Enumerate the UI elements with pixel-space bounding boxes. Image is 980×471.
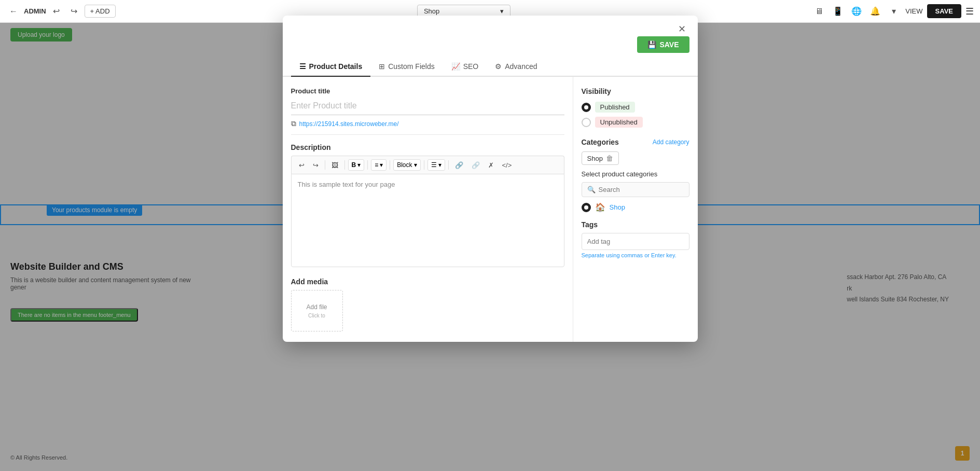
add-media-section: Add media Add file Click to bbox=[291, 278, 564, 331]
tags-title: Tags bbox=[582, 220, 689, 229]
add-file-box[interactable]: Add file Click to bbox=[291, 290, 343, 331]
modal-right-pane: Visibility Published Unpublished Categor… bbox=[573, 77, 698, 342]
modal-body: Product title ⧉ https://215914.sites.mic… bbox=[283, 77, 698, 342]
more-icon[interactable]: ▾ bbox=[887, 4, 901, 19]
add-button[interactable]: + ADD bbox=[85, 5, 116, 18]
top-bar-right: 🖥 📱 🌐 🔔 ▾ VIEW SAVE ☰ bbox=[812, 4, 974, 19]
tags-section: Tags Separate using commas or Enter key. bbox=[582, 220, 689, 258]
shop-category-row[interactable]: 🏠 Shop bbox=[582, 202, 689, 212]
modal-save-button[interactable]: 💾 SAVE bbox=[637, 36, 689, 53]
modal-close-button[interactable]: ✕ bbox=[675, 22, 689, 36]
redo-button[interactable]: ↪ bbox=[67, 4, 81, 19]
globe-icon[interactable]: 🌐 bbox=[849, 4, 864, 19]
bold-dropdown[interactable]: B▾ bbox=[348, 159, 365, 171]
category-search-input[interactable] bbox=[599, 186, 684, 193]
list-dropdown[interactable]: ☰▾ bbox=[427, 159, 445, 171]
save-icon: 💾 bbox=[647, 40, 656, 49]
hamburger-button[interactable]: ☰ bbox=[965, 6, 974, 17]
product-details-icon: ☰ bbox=[299, 62, 306, 71]
image-toolbar-button[interactable]: 🖼 bbox=[328, 160, 341, 171]
toolbar-divider-5 bbox=[424, 160, 424, 170]
select-categories-label: Select product categories bbox=[582, 170, 689, 178]
redo-toolbar-button[interactable]: ↪ bbox=[310, 160, 322, 171]
top-bar-left: ← ADMIN ↩ ↪ + ADD bbox=[6, 4, 116, 19]
editor-toolbar: ↩ ↪ 🖼 B▾ ≡▾ Block▾ ☰▾ bbox=[291, 156, 564, 174]
toolbar-divider-6 bbox=[448, 160, 449, 170]
toolbar-divider-4 bbox=[390, 160, 390, 170]
link-button[interactable]: 🔗 bbox=[452, 160, 466, 171]
published-label: Published bbox=[595, 102, 635, 113]
url-row: ⧉ https://215914.sites.microweber.me/ bbox=[291, 119, 564, 135]
tab-custom-fields[interactable]: ⊞ Custom Fields bbox=[370, 57, 443, 77]
categories-title: Categories bbox=[582, 138, 619, 146]
modal-tabs: ☰ Product Details ⊞ Custom Fields 📈 SEO … bbox=[283, 57, 698, 77]
category-chip: Shop 🗑 bbox=[582, 151, 619, 165]
toolbar-divider-3 bbox=[367, 160, 368, 170]
chip-delete-button[interactable]: 🗑 bbox=[606, 154, 613, 162]
modal-header: ✕ bbox=[283, 16, 698, 36]
editor-area[interactable]: This is sample text for your page bbox=[291, 174, 564, 267]
back-button[interactable]: ← bbox=[6, 4, 21, 19]
visibility-section: Visibility Published Unpublished bbox=[582, 87, 689, 128]
category-search-box: 🔍 bbox=[582, 182, 689, 197]
add-category-link[interactable]: Add category bbox=[653, 138, 689, 146]
clear-button[interactable]: ✗ bbox=[485, 160, 497, 171]
description-label: Description bbox=[291, 143, 564, 151]
view-button[interactable]: VIEW bbox=[905, 7, 922, 15]
unpublished-label: Unpublished bbox=[595, 117, 643, 128]
toolbar-divider-2 bbox=[344, 160, 345, 170]
tablet-icon[interactable]: 📱 bbox=[831, 4, 845, 19]
custom-fields-icon: ⊞ bbox=[379, 62, 385, 71]
published-radio[interactable] bbox=[582, 103, 591, 112]
tags-hint: Separate using commas or Enter key. bbox=[582, 252, 689, 258]
unlink-button[interactable]: 🔗 bbox=[468, 160, 483, 171]
undo-toolbar-button[interactable]: ↩ bbox=[296, 160, 308, 171]
unpublished-radio[interactable] bbox=[582, 118, 591, 127]
shop-category-icon: 🏠 bbox=[595, 202, 605, 212]
tab-seo[interactable]: 📈 SEO bbox=[443, 57, 487, 77]
modal: ✕ 💾 SAVE ☰ Product Details ⊞ Custom Fiel… bbox=[283, 16, 698, 342]
align-dropdown[interactable]: ≡▾ bbox=[371, 159, 387, 171]
published-option[interactable]: Published bbox=[582, 102, 689, 113]
copy-url-icon[interactable]: ⧉ bbox=[291, 119, 296, 128]
add-media-label: Add media bbox=[291, 278, 564, 286]
product-title-label: Product title bbox=[291, 87, 564, 95]
product-title-input[interactable] bbox=[291, 99, 564, 115]
unpublished-option[interactable]: Unpublished bbox=[582, 117, 689, 128]
tags-input[interactable] bbox=[582, 233, 689, 250]
shop-category-label: Shop bbox=[610, 203, 625, 211]
shop-category-radio[interactable] bbox=[582, 203, 591, 212]
modal-save-row: 💾 SAVE bbox=[283, 36, 698, 57]
bell-icon[interactable]: 🔔 bbox=[868, 4, 882, 19]
seo-icon: 📈 bbox=[451, 62, 460, 71]
search-icon: 🔍 bbox=[587, 186, 596, 193]
admin-label[interactable]: ADMIN bbox=[24, 7, 46, 15]
advanced-icon: ⚙ bbox=[495, 62, 502, 71]
categories-header: Categories Add category bbox=[582, 138, 689, 146]
tab-advanced[interactable]: ⚙ Advanced bbox=[487, 57, 545, 77]
desktop-icon[interactable]: 🖥 bbox=[812, 4, 826, 19]
product-url[interactable]: https://215914.sites.microweber.me/ bbox=[299, 120, 399, 128]
categories-section: Categories Add category Shop 🗑 Select pr… bbox=[582, 138, 689, 212]
toolbar-divider-1 bbox=[325, 160, 325, 170]
visibility-title: Visibility bbox=[582, 87, 689, 95]
undo-button[interactable]: ↩ bbox=[49, 4, 64, 19]
block-dropdown[interactable]: Block▾ bbox=[393, 159, 420, 171]
code-button[interactable]: </> bbox=[499, 160, 515, 171]
modal-left-pane: Product title ⧉ https://215914.sites.mic… bbox=[283, 77, 573, 342]
save-top-button[interactable]: SAVE bbox=[927, 4, 961, 18]
tab-product-details[interactable]: ☰ Product Details bbox=[291, 57, 371, 77]
